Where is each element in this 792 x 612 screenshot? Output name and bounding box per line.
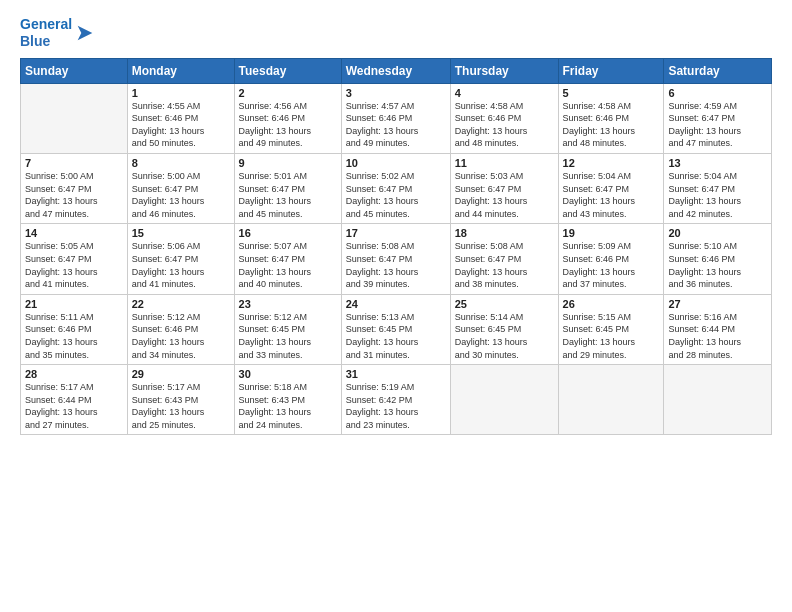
day-number: 18: [455, 227, 554, 239]
calendar-cell: 26Sunrise: 5:15 AM Sunset: 6:45 PM Dayli…: [558, 294, 664, 364]
calendar-cell: 6Sunrise: 4:59 AM Sunset: 6:47 PM Daylig…: [664, 83, 772, 153]
day-info: Sunrise: 5:12 AM Sunset: 6:46 PM Dayligh…: [132, 311, 230, 361]
day-number: 25: [455, 298, 554, 310]
calendar-cell: 31Sunrise: 5:19 AM Sunset: 6:42 PM Dayli…: [341, 365, 450, 435]
calendar-cell: 23Sunrise: 5:12 AM Sunset: 6:45 PM Dayli…: [234, 294, 341, 364]
day-number: 4: [455, 87, 554, 99]
weekday-header: Tuesday: [234, 58, 341, 83]
calendar-cell: 2Sunrise: 4:56 AM Sunset: 6:46 PM Daylig…: [234, 83, 341, 153]
day-info: Sunrise: 5:16 AM Sunset: 6:44 PM Dayligh…: [668, 311, 767, 361]
calendar-cell: 4Sunrise: 4:58 AM Sunset: 6:46 PM Daylig…: [450, 83, 558, 153]
logo-text: General Blue: [20, 16, 72, 50]
day-info: Sunrise: 5:00 AM Sunset: 6:47 PM Dayligh…: [25, 170, 123, 220]
day-number: 20: [668, 227, 767, 239]
day-info: Sunrise: 5:02 AM Sunset: 6:47 PM Dayligh…: [346, 170, 446, 220]
day-info: Sunrise: 5:04 AM Sunset: 6:47 PM Dayligh…: [668, 170, 767, 220]
logo-arrow-icon: [74, 22, 96, 44]
day-number: 31: [346, 368, 446, 380]
day-info: Sunrise: 5:01 AM Sunset: 6:47 PM Dayligh…: [239, 170, 337, 220]
calendar-cell: [664, 365, 772, 435]
calendar-cell: 3Sunrise: 4:57 AM Sunset: 6:46 PM Daylig…: [341, 83, 450, 153]
day-info: Sunrise: 4:55 AM Sunset: 6:46 PM Dayligh…: [132, 100, 230, 150]
calendar-cell: 13Sunrise: 5:04 AM Sunset: 6:47 PM Dayli…: [664, 153, 772, 223]
day-number: 21: [25, 298, 123, 310]
calendar-cell: [450, 365, 558, 435]
day-info: Sunrise: 5:12 AM Sunset: 6:45 PM Dayligh…: [239, 311, 337, 361]
day-number: 10: [346, 157, 446, 169]
day-number: 28: [25, 368, 123, 380]
calendar-cell: 15Sunrise: 5:06 AM Sunset: 6:47 PM Dayli…: [127, 224, 234, 294]
calendar-cell: 1Sunrise: 4:55 AM Sunset: 6:46 PM Daylig…: [127, 83, 234, 153]
day-info: Sunrise: 4:56 AM Sunset: 6:46 PM Dayligh…: [239, 100, 337, 150]
day-number: 29: [132, 368, 230, 380]
day-number: 12: [563, 157, 660, 169]
day-number: 23: [239, 298, 337, 310]
day-number: 7: [25, 157, 123, 169]
calendar-cell: 25Sunrise: 5:14 AM Sunset: 6:45 PM Dayli…: [450, 294, 558, 364]
weekday-header: Thursday: [450, 58, 558, 83]
day-number: 22: [132, 298, 230, 310]
day-number: 1: [132, 87, 230, 99]
day-number: 30: [239, 368, 337, 380]
day-info: Sunrise: 5:03 AM Sunset: 6:47 PM Dayligh…: [455, 170, 554, 220]
calendar-cell: 8Sunrise: 5:00 AM Sunset: 6:47 PM Daylig…: [127, 153, 234, 223]
day-info: Sunrise: 4:58 AM Sunset: 6:46 PM Dayligh…: [455, 100, 554, 150]
day-number: 11: [455, 157, 554, 169]
day-number: 13: [668, 157, 767, 169]
day-info: Sunrise: 5:09 AM Sunset: 6:46 PM Dayligh…: [563, 240, 660, 290]
day-info: Sunrise: 5:17 AM Sunset: 6:43 PM Dayligh…: [132, 381, 230, 431]
day-info: Sunrise: 4:59 AM Sunset: 6:47 PM Dayligh…: [668, 100, 767, 150]
day-number: 3: [346, 87, 446, 99]
calendar-cell: 12Sunrise: 5:04 AM Sunset: 6:47 PM Dayli…: [558, 153, 664, 223]
day-number: 6: [668, 87, 767, 99]
weekday-header: Friday: [558, 58, 664, 83]
calendar-cell: 20Sunrise: 5:10 AM Sunset: 6:46 PM Dayli…: [664, 224, 772, 294]
day-info: Sunrise: 5:04 AM Sunset: 6:47 PM Dayligh…: [563, 170, 660, 220]
day-info: Sunrise: 4:58 AM Sunset: 6:46 PM Dayligh…: [563, 100, 660, 150]
day-info: Sunrise: 4:57 AM Sunset: 6:46 PM Dayligh…: [346, 100, 446, 150]
day-info: Sunrise: 5:06 AM Sunset: 6:47 PM Dayligh…: [132, 240, 230, 290]
day-info: Sunrise: 5:17 AM Sunset: 6:44 PM Dayligh…: [25, 381, 123, 431]
calendar-cell: 11Sunrise: 5:03 AM Sunset: 6:47 PM Dayli…: [450, 153, 558, 223]
weekday-header: Sunday: [21, 58, 128, 83]
calendar-cell: 21Sunrise: 5:11 AM Sunset: 6:46 PM Dayli…: [21, 294, 128, 364]
calendar-cell: [558, 365, 664, 435]
calendar-week-row: 14Sunrise: 5:05 AM Sunset: 6:47 PM Dayli…: [21, 224, 772, 294]
calendar-cell: 14Sunrise: 5:05 AM Sunset: 6:47 PM Dayli…: [21, 224, 128, 294]
header: General Blue: [20, 16, 772, 50]
calendar-week-row: 1Sunrise: 4:55 AM Sunset: 6:46 PM Daylig…: [21, 83, 772, 153]
day-number: 27: [668, 298, 767, 310]
day-info: Sunrise: 5:11 AM Sunset: 6:46 PM Dayligh…: [25, 311, 123, 361]
day-info: Sunrise: 5:08 AM Sunset: 6:47 PM Dayligh…: [455, 240, 554, 290]
calendar-cell: [21, 83, 128, 153]
calendar-cell: 9Sunrise: 5:01 AM Sunset: 6:47 PM Daylig…: [234, 153, 341, 223]
calendar-cell: 30Sunrise: 5:18 AM Sunset: 6:43 PM Dayli…: [234, 365, 341, 435]
page: General Blue SundayMondayTuesdayWednesda…: [0, 0, 792, 447]
calendar-table: SundayMondayTuesdayWednesdayThursdayFrid…: [20, 58, 772, 436]
calendar-cell: 29Sunrise: 5:17 AM Sunset: 6:43 PM Dayli…: [127, 365, 234, 435]
day-info: Sunrise: 5:10 AM Sunset: 6:46 PM Dayligh…: [668, 240, 767, 290]
day-number: 15: [132, 227, 230, 239]
calendar-cell: 27Sunrise: 5:16 AM Sunset: 6:44 PM Dayli…: [664, 294, 772, 364]
day-info: Sunrise: 5:15 AM Sunset: 6:45 PM Dayligh…: [563, 311, 660, 361]
calendar-cell: 24Sunrise: 5:13 AM Sunset: 6:45 PM Dayli…: [341, 294, 450, 364]
day-number: 26: [563, 298, 660, 310]
day-number: 8: [132, 157, 230, 169]
calendar-header-row: SundayMondayTuesdayWednesdayThursdayFrid…: [21, 58, 772, 83]
day-info: Sunrise: 5:00 AM Sunset: 6:47 PM Dayligh…: [132, 170, 230, 220]
calendar-cell: 22Sunrise: 5:12 AM Sunset: 6:46 PM Dayli…: [127, 294, 234, 364]
calendar-week-row: 7Sunrise: 5:00 AM Sunset: 6:47 PM Daylig…: [21, 153, 772, 223]
day-info: Sunrise: 5:05 AM Sunset: 6:47 PM Dayligh…: [25, 240, 123, 290]
day-info: Sunrise: 5:13 AM Sunset: 6:45 PM Dayligh…: [346, 311, 446, 361]
calendar-cell: 7Sunrise: 5:00 AM Sunset: 6:47 PM Daylig…: [21, 153, 128, 223]
day-number: 17: [346, 227, 446, 239]
day-number: 2: [239, 87, 337, 99]
svg-marker-0: [78, 25, 93, 40]
day-info: Sunrise: 5:14 AM Sunset: 6:45 PM Dayligh…: [455, 311, 554, 361]
day-info: Sunrise: 5:18 AM Sunset: 6:43 PM Dayligh…: [239, 381, 337, 431]
calendar-week-row: 28Sunrise: 5:17 AM Sunset: 6:44 PM Dayli…: [21, 365, 772, 435]
day-number: 9: [239, 157, 337, 169]
logo: General Blue: [20, 16, 96, 50]
calendar-week-row: 21Sunrise: 5:11 AM Sunset: 6:46 PM Dayli…: [21, 294, 772, 364]
calendar-cell: 18Sunrise: 5:08 AM Sunset: 6:47 PM Dayli…: [450, 224, 558, 294]
